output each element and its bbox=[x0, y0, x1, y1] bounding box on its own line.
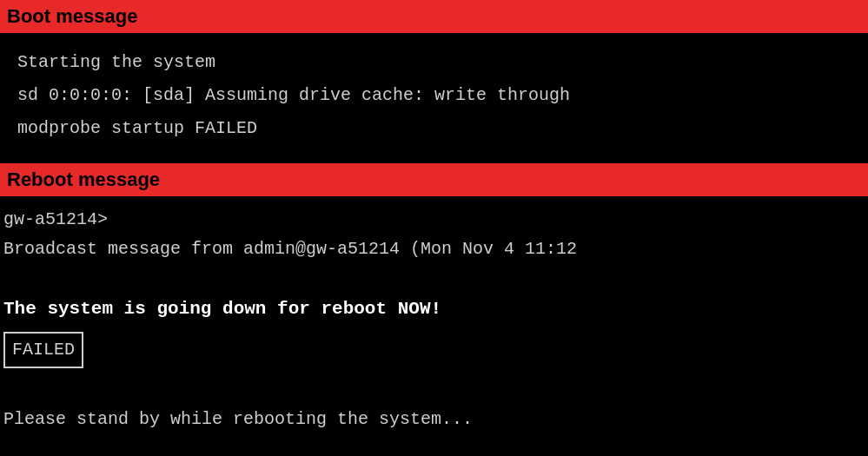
boot-terminal: Starting the system sd 0:0:0:0: [sda] As… bbox=[0, 33, 868, 163]
reboot-line-1: gw-a51214> bbox=[0, 205, 868, 235]
reboot-terminal: gw-a51214> Broadcast message from admin@… bbox=[0, 196, 868, 450]
boot-line-1: Starting the system bbox=[17, 49, 851, 76]
reboot-header: Reboot message bbox=[0, 163, 868, 196]
reboot-failed-box: FAILED bbox=[0, 325, 868, 375]
boot-header: Boot message bbox=[0, 0, 868, 33]
reboot-line-3: The system is going down for reboot NOW! bbox=[0, 294, 868, 325]
reboot-line-5: Please stand by while rebooting the syst… bbox=[0, 405, 868, 434]
boot-line-3: modprobe startup FAILED bbox=[17, 115, 851, 142]
boot-header-label: Boot message bbox=[7, 5, 137, 27]
failed-label: FAILED bbox=[3, 332, 83, 368]
boot-line-2: sd 0:0:0:0: [sda] Assuming drive cache: … bbox=[17, 82, 851, 109]
reboot-header-label: Reboot message bbox=[7, 169, 160, 190]
reboot-line-2: Broadcast message from admin@gw-a51214 (… bbox=[0, 235, 868, 264]
